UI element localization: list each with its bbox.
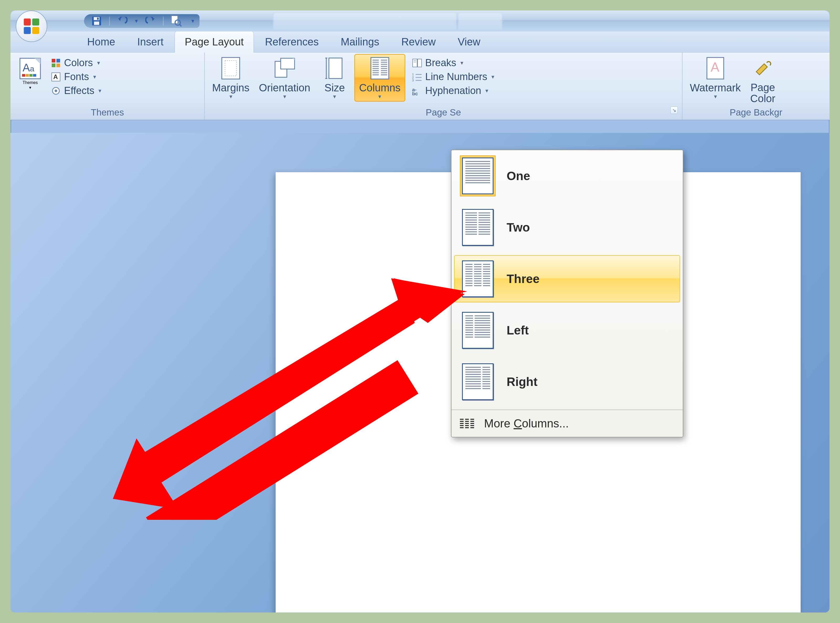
one-column-icon xyxy=(462,158,494,194)
undo-button[interactable] xyxy=(116,15,128,27)
group-page-setup: Margins ▾ Orientation ▾ Size ▾ xyxy=(205,52,682,120)
undo-icon xyxy=(117,17,127,25)
separator xyxy=(163,17,164,26)
margins-label: Margins xyxy=(212,82,249,94)
colors-icon xyxy=(51,58,61,68)
svg-rect-30 xyxy=(281,58,294,69)
more-columns-button[interactable]: More Columns... xyxy=(452,412,683,437)
two-label: Two xyxy=(507,220,530,235)
svg-rect-19 xyxy=(52,59,55,63)
svg-rect-81 xyxy=(471,427,474,428)
columns-option-right[interactable]: Right xyxy=(454,358,680,405)
fonts-label: Fonts xyxy=(64,71,89,83)
one-label: One xyxy=(507,169,530,183)
columns-option-three[interactable]: Three xyxy=(454,255,680,302)
svg-text:3: 3 xyxy=(412,79,414,82)
chevron-down-icon: ▾ xyxy=(230,93,232,100)
separator xyxy=(109,17,110,26)
effects-icon xyxy=(51,86,61,96)
svg-rect-32 xyxy=(329,58,342,78)
columns-option-one[interactable]: One xyxy=(454,152,680,199)
hyphenation-label: Hyphenation xyxy=(425,85,481,96)
svg-rect-37 xyxy=(372,60,379,61)
effects-button[interactable]: Effects ▾ xyxy=(49,84,103,97)
chevron-down-icon: ▾ xyxy=(93,74,96,80)
title-bar: ▾ ▾ xyxy=(11,11,829,32)
svg-rect-54 xyxy=(418,59,422,67)
tab-page-layout[interactable]: Page Layout xyxy=(175,31,254,52)
redo-button[interactable] xyxy=(145,15,156,27)
svg-rect-43 xyxy=(372,72,379,73)
watermark-icon: A xyxy=(704,57,727,80)
save-button[interactable] xyxy=(91,15,103,27)
svg-rect-1 xyxy=(32,18,39,26)
columns-option-left[interactable]: Left xyxy=(454,307,680,354)
svg-rect-52 xyxy=(381,74,387,75)
tab-references[interactable]: References xyxy=(254,31,330,52)
print-preview-button[interactable] xyxy=(170,15,182,27)
qat-customize-icon[interactable]: ▾ xyxy=(192,18,194,25)
document-tab[interactable] xyxy=(458,12,503,29)
tab-view[interactable]: View xyxy=(447,31,491,52)
chevron-down-icon: ▾ xyxy=(491,74,494,80)
size-button[interactable]: Size ▾ xyxy=(315,54,354,101)
watermark-button[interactable]: A Watermark ▾ xyxy=(685,54,745,101)
svg-rect-6 xyxy=(94,21,99,25)
svg-rect-16 xyxy=(26,74,29,77)
line-numbers-button[interactable]: 123 Line Numbers ▾ xyxy=(410,70,497,83)
svg-text:A: A xyxy=(53,73,58,80)
breaks-label: Breaks xyxy=(425,57,456,69)
undo-dropdown-icon[interactable]: ▾ xyxy=(135,18,138,25)
colors-button[interactable]: Colors ▾ xyxy=(49,56,103,69)
hyphenation-icon: a-bc xyxy=(412,86,422,96)
separator xyxy=(452,410,683,410)
svg-rect-45 xyxy=(381,60,387,61)
svg-rect-79 xyxy=(471,423,474,424)
orientation-button[interactable]: Orientation ▾ xyxy=(254,54,315,101)
office-button[interactable] xyxy=(16,11,47,42)
chevron-down-icon: ▾ xyxy=(714,93,717,100)
tab-insert[interactable]: Insert xyxy=(126,31,175,52)
svg-rect-51 xyxy=(381,72,387,73)
save-icon xyxy=(91,16,102,26)
margins-button[interactable]: Margins ▾ xyxy=(207,54,254,101)
more-columns-label: More Columns... xyxy=(484,417,569,430)
fonts-icon: A xyxy=(51,72,61,82)
svg-line-10 xyxy=(179,25,181,26)
chevron-down-icon: ▾ xyxy=(29,85,31,90)
hyphenation-button[interactable]: a-bc Hyphenation ▾ xyxy=(410,84,497,97)
annotation-arrow xyxy=(113,278,470,520)
fonts-button[interactable]: A Fonts ▾ xyxy=(49,70,103,83)
svg-text:a: a xyxy=(30,64,34,73)
svg-rect-78 xyxy=(471,421,474,422)
app-window: ▾ ▾ Home Insert P xyxy=(11,11,829,612)
tab-home[interactable]: Home xyxy=(76,31,126,52)
svg-rect-49 xyxy=(381,68,387,69)
chevron-down-icon: ▾ xyxy=(460,60,463,66)
svg-rect-22 xyxy=(57,63,60,67)
dialog-launcher-icon[interactable]: ↘ xyxy=(670,107,678,114)
chevron-down-icon: ▾ xyxy=(333,93,336,100)
svg-rect-42 xyxy=(372,70,379,71)
columns-label: Columns xyxy=(359,82,400,94)
group-themes: A a Themes ▾ xyxy=(11,52,205,120)
svg-rect-48 xyxy=(381,66,387,67)
page-color-button[interactable]: Page Color xyxy=(745,54,780,106)
chevron-down-icon: ▾ xyxy=(378,93,381,100)
left-label: Left xyxy=(507,323,529,338)
size-icon xyxy=(323,57,346,80)
themes-button[interactable]: A a Themes ▾ xyxy=(13,54,47,92)
tab-review[interactable]: Review xyxy=(390,31,447,52)
group-caption-page-background: Page Backgr xyxy=(685,106,827,120)
breaks-button[interactable]: Breaks ▾ xyxy=(410,56,497,69)
tab-mailings[interactable]: Mailings xyxy=(330,31,390,52)
three-label: Three xyxy=(507,272,540,286)
svg-text:A: A xyxy=(23,61,30,74)
svg-rect-0 xyxy=(24,18,31,26)
chevron-down-icon: ▾ xyxy=(98,87,101,94)
colors-label: Colors xyxy=(64,57,93,69)
columns-button[interactable]: Columns ▾ xyxy=(354,54,405,101)
document-tab[interactable] xyxy=(273,12,457,29)
columns-option-two[interactable]: Two xyxy=(454,204,680,251)
svg-rect-17 xyxy=(29,74,32,77)
